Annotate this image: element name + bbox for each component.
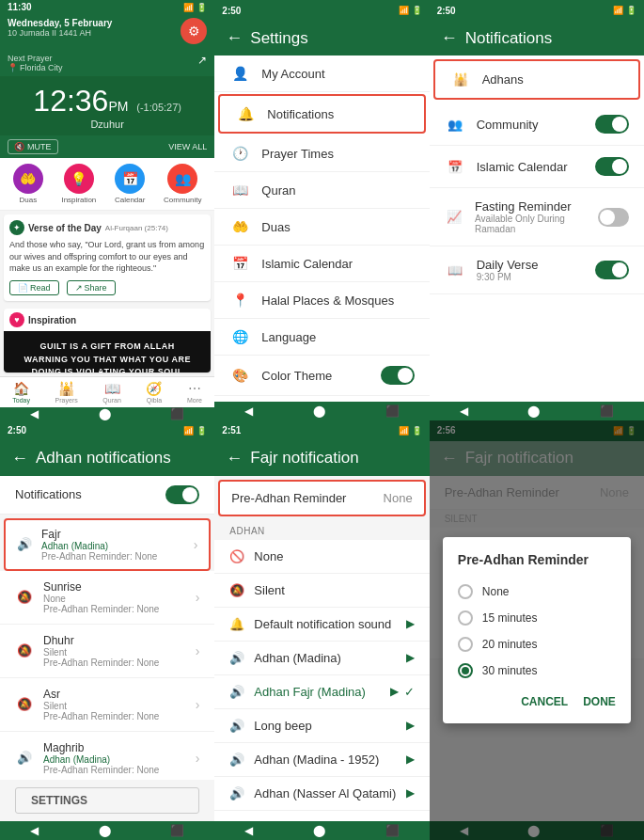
mute-button[interactable]: 🔇 MUTE — [8, 139, 58, 154]
read-button[interactable]: 📄 Read — [9, 280, 59, 295]
recents-btn-1[interactable]: ⬛ — [170, 407, 184, 420]
home-btn-3[interactable]: ⬤ — [527, 404, 540, 418]
play-1952[interactable]: ▶ — [406, 753, 415, 766]
nav-more[interactable]: ⋯ More — [187, 381, 202, 404]
wifi-icon-3: 📶 — [613, 6, 623, 15]
nav-prayers[interactable]: 🕌 Prayers — [55, 381, 78, 404]
inspiration-card: ♥ Inspiration GUILT IS A GIFT FROM ALLAH… — [4, 309, 211, 372]
calendar-notif-item[interactable]: 📅 Islamic Calendar — [430, 146, 644, 188]
view-all-button[interactable]: VIEW ALL — [168, 142, 207, 151]
back-btn-5[interactable]: ◀ — [244, 824, 253, 837]
play-long-beep[interactable]: ▶ — [406, 719, 415, 732]
sound-none[interactable]: 🚫 None — [214, 540, 429, 574]
recents-btn-4[interactable]: ⬛ — [170, 824, 184, 837]
inspiration-icon-button[interactable]: 💡 Inspiration — [61, 164, 96, 204]
theme-toggle[interactable] — [381, 366, 415, 385]
dialog-done-button[interactable]: DONE — [583, 695, 616, 708]
settings-footer-button[interactable]: SETTINGS — [15, 787, 199, 814]
community-notif-item[interactable]: 👥 Community — [430, 103, 644, 146]
dialog-option-15[interactable]: 15 minutes — [458, 605, 616, 631]
daily-verse-notif-item[interactable]: 📖 Daily Verse 9:30 PM — [430, 246, 644, 294]
settings-title: Settings — [250, 29, 417, 48]
dhuhr-adhan-item[interactable]: 🔕 Dhuhr Silent Pre-Adhan Reminder: None … — [0, 625, 214, 678]
sound-silent[interactable]: 🔕 Silent — [214, 574, 429, 608]
settings-item-quran[interactable]: 📖 Quran — [214, 172, 429, 209]
nav-qibla[interactable]: 🧭 Qibla — [146, 381, 162, 404]
settings-item-calendar[interactable]: 📅 Islamic Calendar — [214, 246, 429, 282]
settings-item-duas[interactable]: 🤲 Duas — [214, 209, 429, 246]
home-btn-2[interactable]: ⬤ — [313, 404, 325, 418]
settings-item-notifications[interactable]: 🔔 Notifications — [218, 94, 425, 134]
settings-gear-button[interactable]: ⚙ — [181, 18, 207, 44]
settings-item-prayer-times[interactable]: 🕐 Prayer Times — [214, 135, 429, 172]
back-arrow-4[interactable]: ← — [11, 449, 28, 468]
panel-fajr-notif: 2:51 📶 🔋 ← Fajr notification Pre-Adhan R… — [214, 420, 429, 841]
fajr-adhan-item-highlighted[interactable]: 🔊 Fajr Adhan (Madina) Pre-Adhan Reminder… — [4, 518, 211, 571]
sunrise-adhan-item[interactable]: 🔕 Sunrise None Pre-Adhan Reminder: None … — [0, 571, 214, 625]
fajr-pre: Pre-Adhan Reminder: None — [41, 551, 157, 562]
calendar-icon-button[interactable]: 📅 Calendar — [115, 164, 145, 204]
sound-adhan-fajr-madina[interactable]: 🔊 Adhan Fajr (Madina) ▶ ✓ — [214, 675, 429, 709]
calendar-icon-s: 📅 — [229, 256, 250, 271]
back-btn-3[interactable]: ◀ — [460, 404, 468, 418]
dialog-option-20[interactable]: 20 minutes — [458, 631, 616, 658]
asr-adhan-item[interactable]: 🔕 Asr Silent Pre-Adhan Reminder: None › — [0, 678, 214, 732]
adhan-notifs-title: Adhan notifications — [36, 449, 203, 468]
nav-quran[interactable]: 📖 Quran — [102, 381, 120, 404]
dialog-option-none[interactable]: None — [458, 578, 616, 605]
settings-item-account[interactable]: 👤 My Account — [214, 55, 429, 92]
sound-adhan-1952[interactable]: 🔊 Adhan (Madina - 1952) ▶ — [214, 743, 429, 777]
settings-item-theme[interactable]: 🎨 Color Theme — [214, 356, 429, 396]
share-icon[interactable]: ↗ — [197, 54, 207, 67]
settings-item-language[interactable]: 🌐 Language — [214, 319, 429, 356]
fasting-toggle[interactable] — [598, 208, 629, 227]
fajr-notif-title: Fajr notification — [250, 449, 417, 468]
sound-long-beep[interactable]: 🔊 Long beep ▶ — [214, 709, 429, 743]
home-btn-4[interactable]: ⬤ — [99, 824, 111, 837]
sound-default[interactable]: 🔔 Default notification sound ▶ — [214, 608, 429, 642]
battery-icon-2: 🔋 — [412, 6, 422, 15]
recents-btn-3[interactable]: ⬛ — [600, 404, 614, 418]
back-btn-2[interactable]: ◀ — [244, 404, 253, 418]
nav-today[interactable]: 🏠 Today — [12, 381, 30, 404]
home-btn-1[interactable]: ⬤ — [99, 407, 111, 420]
community-toggle[interactable] — [595, 115, 629, 134]
back-arrow-5[interactable]: ← — [226, 449, 243, 468]
fajr-adhan-row[interactable]: 🔊 Fajr Adhan (Madina) Pre-Adhan Reminder… — [6, 520, 209, 569]
sound-adhan-madina[interactable]: 🔊 Adhan (Madina) ▶ — [214, 642, 429, 675]
back-btn-4[interactable]: ◀ — [30, 824, 39, 837]
back-arrow-2[interactable]: ← — [226, 28, 243, 48]
sound-mansour[interactable]: 🔊 Adhan Fajr (Mansour Zahrani Fajr) ▶ — [214, 811, 429, 822]
adhans-row[interactable]: 🕌 Adhans — [435, 61, 638, 98]
none-icon: 🚫 — [229, 549, 244, 563]
pre-adhan-row-highlighted[interactable]: Pre-Adhan Reminder None — [218, 480, 425, 516]
speaker-icon-dhuhr: 🔕 — [15, 643, 34, 658]
adhans-left: 🕌 Adhans — [450, 72, 524, 87]
play-adhan-fajr[interactable]: ▶ — [390, 685, 399, 698]
back-btn-1[interactable]: ◀ — [30, 407, 39, 420]
daily-verse-toggle[interactable] — [595, 261, 629, 279]
settings-item-halal[interactable]: 📍 Halal Places & Mosques — [214, 282, 429, 319]
fasting-notif-item[interactable]: 📈 Fasting Reminder Available Only During… — [430, 188, 644, 246]
dialog-cancel-button[interactable]: CANCEL — [521, 695, 568, 708]
dialog-option-30[interactable]: 30 minutes — [458, 658, 616, 684]
notifications-master-toggle[interactable] — [165, 485, 199, 504]
adhans-item-highlighted[interactable]: 🕌 Adhans — [433, 59, 640, 100]
duas-icon-button[interactable]: 🤲 Duas — [13, 164, 43, 204]
status-time-4: 2:50 — [8, 425, 26, 436]
notifications-toggle-row: Notifications — [0, 476, 214, 515]
play-adhan-madina[interactable]: ▶ — [406, 651, 415, 664]
maghrib-adhan-item[interactable]: 🔊 Maghrib Adhan (Madina) Pre-Adhan Remin… — [0, 732, 214, 781]
recents-btn-2[interactable]: ⬛ — [385, 404, 400, 418]
calendar-toggle[interactable] — [595, 157, 629, 176]
pre-adhan-value-5: None — [384, 491, 413, 505]
speaker-icon-maghrib: 🔊 — [15, 751, 34, 765]
back-arrow-3[interactable]: ← — [441, 28, 458, 48]
recents-btn-5[interactable]: ⬛ — [385, 824, 400, 837]
community-icon-button[interactable]: 👥 Community — [164, 164, 201, 204]
sound-nasser[interactable]: 🔊 Adhan (Nasser Al Qatami) ▶ — [214, 777, 429, 811]
play-nasser[interactable]: ▶ — [406, 786, 415, 800]
home-btn-5[interactable]: ⬤ — [313, 824, 325, 837]
share-button[interactable]: ↗ Share — [67, 280, 116, 295]
play-default[interactable]: ▶ — [406, 617, 415, 630]
